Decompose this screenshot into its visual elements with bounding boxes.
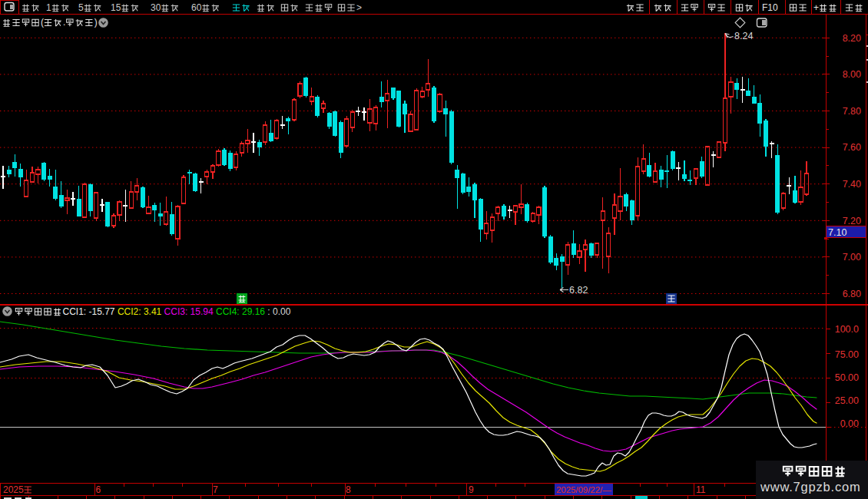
- svg-text:25.00: 25.00: [835, 395, 859, 406]
- svg-text:CCI4: 29.16: CCI4: 29.16: [216, 306, 265, 317]
- svg-text:8.00: 8.00: [843, 69, 861, 80]
- svg-text:): ): [94, 17, 98, 28]
- svg-text:75.00: 75.00: [835, 349, 859, 360]
- svg-text:7.40: 7.40: [843, 179, 861, 190]
- svg-text:6.82: 6.82: [569, 285, 588, 296]
- svg-text:11: 11: [696, 484, 706, 495]
- svg-text:2025/09/22/—: 2025/09/22/—: [556, 485, 611, 494]
- svg-text:F10: F10: [762, 2, 778, 13]
- svg-text:(: (: [41, 17, 44, 28]
- svg-text:7.80: 7.80: [843, 106, 861, 117]
- svg-text:>: >: [356, 2, 362, 13]
- svg-text:60: 60: [191, 2, 202, 13]
- svg-text:: 0.00: : 0.00: [267, 306, 290, 317]
- svg-text:+: +: [813, 2, 819, 13]
- svg-text:www.7gpzb.com: www.7gpzb.com: [760, 480, 861, 494]
- svg-text:15: 15: [111, 2, 121, 13]
- svg-text:7.20: 7.20: [843, 216, 861, 226]
- svg-text:6: 6: [96, 484, 101, 495]
- svg-text:.: .: [63, 17, 65, 28]
- svg-text:6.80: 6.80: [843, 289, 861, 299]
- svg-text:0.00: 0.00: [840, 418, 859, 429]
- svg-text:100.0: 100.0: [835, 324, 859, 335]
- svg-text:7.60: 7.60: [843, 142, 861, 153]
- svg-text:7.10: 7.10: [828, 227, 846, 238]
- svg-text:8.20: 8.20: [843, 33, 861, 44]
- svg-text:8: 8: [346, 484, 351, 495]
- svg-text:CCI1: -15.77: CCI1: -15.77: [63, 306, 115, 317]
- svg-text:8.24: 8.24: [734, 31, 753, 41]
- svg-text:9: 9: [469, 484, 474, 495]
- svg-text:CCI2: 3.41: CCI2: 3.41: [118, 306, 162, 317]
- svg-text:5: 5: [78, 2, 84, 13]
- svg-text:1: 1: [46, 2, 51, 13]
- svg-text:50.00: 50.00: [835, 372, 859, 383]
- svg-text:30: 30: [151, 2, 161, 13]
- svg-text:7.00: 7.00: [843, 252, 861, 263]
- svg-text:CCI3: 15.94: CCI3: 15.94: [164, 306, 214, 317]
- svg-text:7: 7: [213, 484, 218, 495]
- svg-text:2025: 2025: [3, 484, 24, 495]
